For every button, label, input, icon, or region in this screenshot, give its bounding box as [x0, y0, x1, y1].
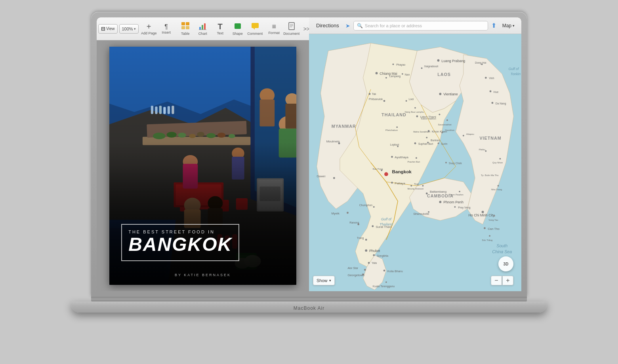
- view-button[interactable]: ⊟ View: [98, 24, 118, 34]
- search-icon: 🔍: [357, 23, 363, 28]
- map-type-chevron-icon: ▾: [513, 24, 515, 28]
- svg-text:Trat: Trat: [414, 183, 419, 186]
- svg-text:Pattaya: Pattaya: [395, 182, 405, 185]
- map-svg: THAILAND LAOS VIETNAM CAMBODIA MYANMAR G…: [309, 34, 521, 291]
- compass-button[interactable]: 3D: [498, 256, 513, 271]
- zoom-out-button[interactable]: −: [491, 276, 502, 285]
- svg-point-144: [421, 67, 423, 69]
- share-icon[interactable]: ⬆: [491, 22, 496, 29]
- svg-point-197: [494, 215, 495, 217]
- svg-point-88: [437, 59, 440, 62]
- svg-point-94: [365, 249, 367, 252]
- svg-text:China Sea: China Sea: [492, 249, 512, 254]
- svg-text:Phuket: Phuket: [369, 249, 380, 253]
- svg-point-110: [369, 93, 371, 95]
- svg-point-160: [438, 142, 439, 144]
- svg-text:Nha Trang: Nha Trang: [491, 188, 502, 191]
- insert-button[interactable]: ¶ Insert: [158, 19, 175, 39]
- cover-author: BY KATIE BERNASEK: [109, 273, 296, 277]
- svg-text:Myeik: Myeik: [332, 212, 340, 215]
- table-button[interactable]: Table: [177, 19, 194, 39]
- svg-text:Dong Hoi: Dong Hoi: [475, 61, 486, 64]
- svg-text:Alor Star: Alor Star: [347, 267, 358, 269]
- svg-point-178: [396, 126, 398, 128]
- svg-point-86: [439, 93, 441, 95]
- document-label: Document: [283, 32, 299, 36]
- svg-rect-4: [199, 27, 201, 30]
- shape-button[interactable]: Shape: [229, 19, 246, 39]
- svg-point-154: [414, 107, 416, 109]
- show-label: Show: [317, 278, 328, 283]
- maps-panel: Directions ➤ 🔍 Search for a place or add…: [309, 17, 521, 291]
- cover-title: BANGKOK: [128, 235, 232, 254]
- pages-panel: ⊟ View 100% ▾ + Add Page: [97, 17, 309, 291]
- zoom-chevron-icon: ▾: [134, 27, 136, 31]
- maps-search-bar[interactable]: 🔍 Search for a place or address: [353, 21, 488, 30]
- directions-label: Directions: [316, 23, 339, 28]
- svg-text:Svay Chek: Svay Chek: [449, 162, 462, 165]
- svg-text:Lampang: Lampang: [389, 75, 401, 78]
- insert-label: Insert: [162, 30, 171, 34]
- svg-rect-8: [235, 23, 241, 29]
- zoom-button[interactable]: 100% ▾: [119, 24, 139, 34]
- format-button[interactable]: ≡ Format: [265, 19, 283, 39]
- cover-box: THE BEST STREET FOOD IN BANGKOK: [121, 224, 239, 261]
- chart-button[interactable]: Chart: [194, 19, 212, 39]
- maps-toolbar: Directions ➤ 🔍 Search for a place or add…: [309, 17, 521, 34]
- text-button[interactable]: T Text: [212, 19, 229, 39]
- svg-text:Sakon Nakhon: Sakon Nakhon: [421, 118, 436, 120]
- macbook-lid: ⊟ View 100% ▾ + Add Page: [91, 12, 527, 297]
- svg-point-156: [439, 114, 440, 115]
- screen-content: ⊟ View 100% ▾ + Add Page: [97, 17, 521, 291]
- svg-text:Tp. Buôn Ma Thu: Tp. Buôn Ma Thu: [481, 174, 499, 176]
- svg-text:Sóc Trăng: Sóc Trăng: [482, 239, 493, 241]
- svg-text:Yasothon: Yasothon: [445, 129, 454, 131]
- macbook-container: ⊟ View 100% ▾ + Add Page: [71, 12, 547, 352]
- directions-button[interactable]: Directions: [313, 21, 342, 30]
- document-button[interactable]: Document: [283, 19, 300, 39]
- svg-point-201: [385, 281, 387, 283]
- svg-rect-9: [252, 23, 259, 28]
- zoom-in-button[interactable]: +: [502, 276, 513, 285]
- svg-text:Savannakhet: Savannakhet: [438, 123, 451, 126]
- svg-text:Vientiane: Vientiane: [443, 92, 458, 96]
- svg-marker-10: [253, 28, 255, 30]
- show-button[interactable]: Show ▾: [313, 276, 335, 285]
- svg-point-128: [365, 239, 367, 241]
- svg-point-138: [491, 102, 493, 104]
- svg-text:Hue: Hue: [494, 91, 499, 93]
- chart-icon: [198, 22, 207, 32]
- svg-text:Ban Pong: Ban Pong: [373, 168, 383, 170]
- svg-text:Prey Veng: Prey Veng: [458, 206, 471, 209]
- svg-text:Xaignabouli: Xaignabouli: [424, 65, 438, 68]
- svg-text:Tak: Tak: [372, 93, 376, 95]
- svg-text:VIETNAM: VIETNAM: [480, 136, 502, 140]
- svg-text:Dawei: Dawei: [317, 174, 325, 178]
- svg-text:South: South: [496, 243, 507, 248]
- svg-point-100: [416, 116, 418, 118]
- svg-point-132: [368, 262, 370, 264]
- map-type-button[interactable]: Map ▾: [500, 22, 517, 30]
- svg-text:Pleiku: Pleiku: [479, 148, 485, 151]
- svg-text:Loei: Loei: [408, 98, 414, 100]
- text-icon: T: [218, 22, 223, 31]
- comment-button[interactable]: Comment: [246, 19, 264, 39]
- svg-point-190: [463, 135, 464, 136]
- insert-icon: ¶: [164, 23, 168, 30]
- cover-image: THE BEST STREET FOOD IN BANGKOK BY KATIE…: [109, 47, 296, 285]
- svg-point-168: [454, 206, 456, 208]
- svg-rect-5: [202, 25, 203, 30]
- comment-label: Comment: [247, 32, 263, 36]
- svg-text:Lopburi: Lopburi: [390, 143, 399, 146]
- location-arrow-icon[interactable]: ➤: [345, 23, 350, 29]
- svg-point-96: [391, 182, 393, 184]
- svg-text:Gulf of: Gulf of: [381, 217, 392, 221]
- add-page-button[interactable]: + Add Page: [140, 19, 158, 39]
- add-page-icon: +: [147, 22, 151, 31]
- map-area[interactable]: THAILAND LAOS VIETNAM CAMBODIA MYANMAR G…: [309, 34, 521, 291]
- svg-point-116: [347, 212, 349, 214]
- svg-point-146: [393, 64, 394, 65]
- svg-rect-2: [181, 26, 185, 29]
- svg-text:Moung Roessei: Moung Roessei: [408, 188, 424, 190]
- svg-point-152: [406, 100, 407, 102]
